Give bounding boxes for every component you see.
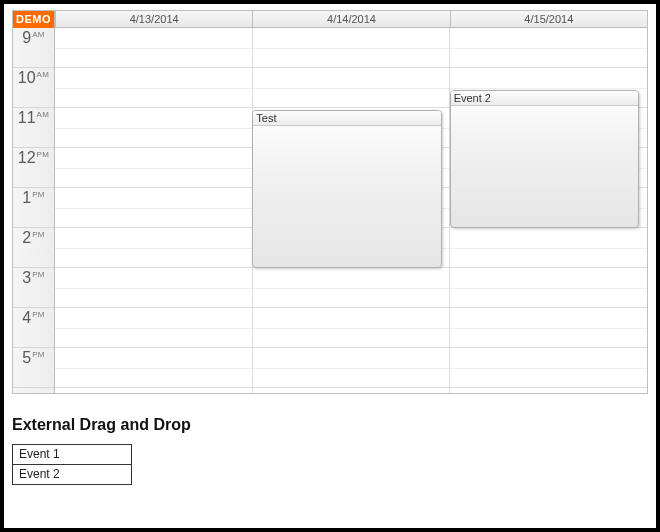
demo-badge: DEMO [13,11,55,28]
ampm-label: AM [37,110,50,119]
ampm-label: PM [32,310,45,319]
events-layer: Test Event 2 [55,28,647,393]
time-slot: 11AM [13,108,54,148]
calendar: DEMO 4/13/2014 4/14/2014 4/15/2014 9AM 1… [12,10,648,394]
app-frame: DEMO 4/13/2014 4/14/2014 4/15/2014 9AM 1… [0,0,660,532]
calendar-event[interactable]: Test [252,110,441,268]
external-drag-item[interactable]: Event 1 [12,445,132,465]
ampm-label: AM [32,30,45,39]
ampm-label: PM [37,150,50,159]
ampm-label: PM [32,230,45,239]
hour-label: 3 [22,269,31,286]
event-title: Test [253,111,440,126]
event-title: Event 2 [451,91,638,106]
hour-label: 11 [18,109,36,126]
time-slot: 4PM [13,308,54,348]
time-slot: 12PM [13,148,54,188]
ampm-label: AM [37,70,50,79]
hour-label: 2 [22,229,31,246]
hour-label: 12 [18,149,36,166]
external-drag-item[interactable]: Event 2 [12,465,132,485]
hour-label: 5 [22,349,31,366]
time-slot: 5PM [13,348,54,388]
time-slot: 9AM [13,28,54,68]
calendar-event[interactable]: Event 2 [450,90,639,228]
ampm-label: PM [32,190,45,199]
column-header[interactable]: 4/13/2014 [55,11,252,28]
ampm-label: PM [32,270,45,279]
column-header[interactable]: 4/15/2014 [450,11,647,28]
hour-label: 1 [22,189,31,206]
time-slot: 2PM [13,228,54,268]
column-header[interactable]: 4/14/2014 [252,11,449,28]
time-slot: 10AM [13,68,54,108]
time-slot: 3PM [13,268,54,308]
hour-label: 10 [18,69,36,86]
time-slot: 1PM [13,188,54,228]
column-headers: 4/13/2014 4/14/2014 4/15/2014 [55,11,647,28]
time-axis: 9AM 10AM 11AM 12PM 1PM 2PM 3PM 4PM [13,28,55,393]
section-heading: External Drag and Drop [12,416,648,434]
hour-label: 9 [22,29,31,46]
ampm-label: PM [32,350,45,359]
external-drag-list: Event 1 Event 2 [12,444,132,485]
hour-label: 4 [22,309,31,326]
